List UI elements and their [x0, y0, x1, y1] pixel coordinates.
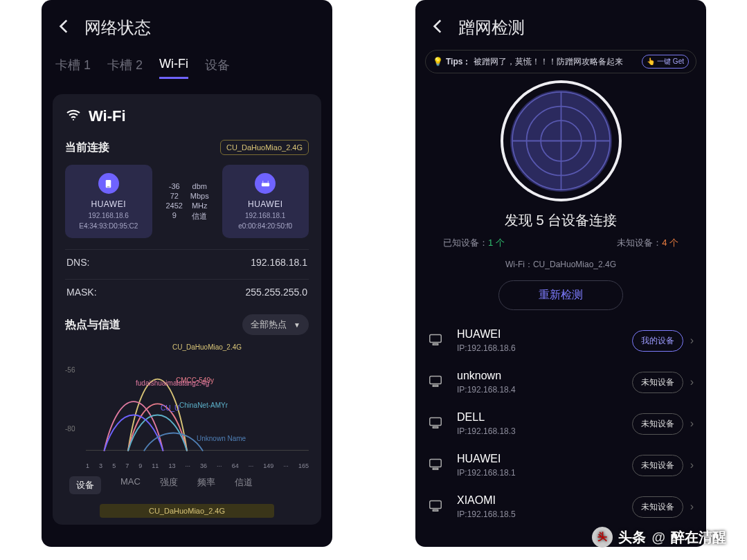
svg-point-0 [73, 119, 74, 120]
toutiao-logo-icon: 头 [592, 527, 613, 548]
selected-ssid-bar[interactable]: CU_DaHuoMiao_2.4G [100, 504, 274, 518]
chevron-right-icon: › [690, 417, 694, 430]
monitor-icon [428, 373, 446, 391]
device-ip: IP:192.168.18.4 [457, 385, 632, 395]
stat-channel-unit: 信道 [187, 211, 213, 222]
wifi-ssid-line: Wi-Fi：CU_DaHuoMiao_2.4G [415, 259, 706, 271]
x-tick: ··· [185, 462, 190, 469]
tab-Wi-Fi[interactable]: Wi-Fi [159, 57, 188, 79]
mask-value: 255.255.255.0 [245, 287, 307, 298]
network-status-screen: 网络状态 卡槽 1卡槽 2Wi-Fi设备 Wi-Fi 当前连接 CU_DaHuo… [42, 0, 332, 547]
x-tick: 5 [112, 462, 116, 469]
device-ip: IP:192.168.18.1 [457, 468, 632, 478]
device-name: HUAWEI [457, 328, 632, 341]
link-stats: -36 dbm 72 Mbps 2452 MHz 9 信道 [158, 165, 217, 238]
device-ip: IP:192.168.18.5 [457, 509, 632, 519]
device-ip: IP:192.168.18.3 [457, 426, 632, 436]
chart-tab-设备[interactable]: 设备 [69, 476, 101, 494]
my-device-badge[interactable]: 我的设备 [632, 330, 683, 352]
channel-chart: -56-80 135791113···36···64···149···165 C… [65, 341, 309, 472]
wifi-card: Wi-Fi 当前连接 CU_DaHuoMiao_2.4G HUAWEI 192.… [53, 94, 321, 525]
chart-tab-强度[interactable]: 强度 [160, 476, 178, 494]
tab-卡槽 2[interactable]: 卡槽 2 [107, 57, 143, 79]
chevron-right-icon: › [690, 334, 694, 347]
dns-value: 192.168.18.1 [251, 257, 307, 268]
svg-rect-20 [430, 501, 442, 509]
y-tick: -56 [65, 366, 86, 374]
chevron-right-icon: › [690, 500, 694, 513]
back-icon[interactable] [429, 17, 447, 38]
chart-series-label: fudaishuaimalatang2.4g [136, 379, 209, 387]
radar-graphic [501, 80, 622, 201]
device-name: DELL [457, 411, 632, 424]
mask-label: MASK: [66, 287, 97, 298]
chart-tab-信道[interactable]: 信道 [235, 476, 253, 494]
link-icon: 👆 [647, 57, 655, 65]
chart-series-label: ChinaNet-AMYr [179, 401, 228, 409]
x-tick: 11 [152, 462, 159, 469]
unknown-count: 未知设备：4 个 [617, 237, 678, 249]
chart-tab-MAC[interactable]: MAC [120, 476, 141, 494]
device-row[interactable]: unknown IP:192.168.18.4 未知设备 › [422, 361, 699, 403]
unknown-device-badge[interactable]: 未知设备 [632, 455, 683, 476]
svg-rect-1 [106, 179, 111, 187]
device-row[interactable]: DELL IP:192.168.18.3 未知设备 › [422, 403, 699, 444]
router-device-ip: 192.168.18.1 [226, 212, 305, 219]
back-icon[interactable] [55, 17, 73, 38]
device-row[interactable]: XIAOMI IP:192.168.18.5 未知设备 › [422, 486, 699, 527]
svg-rect-21 [433, 509, 438, 511]
device-card-router[interactable]: HUAWEI 192.168.18.1 e0:00:84:20:50:f0 [222, 165, 309, 238]
rescan-button[interactable]: 重新检测 [498, 280, 623, 310]
device-card-local[interactable]: HUAWEI 192.168.18.6 E4:34:93:D0:95:C2 [65, 165, 152, 238]
monitor-icon [428, 498, 446, 516]
tab-卡槽 1[interactable]: 卡槽 1 [55, 57, 91, 79]
svg-rect-15 [433, 385, 438, 386]
x-tick: 7 [125, 462, 129, 469]
stat-mhz-value: 2452 [162, 201, 188, 210]
stat-dbm-unit: dbm [187, 182, 213, 190]
svg-rect-18 [430, 460, 442, 467]
chart-series-label: CU_DaHuoMiao_2.4G [172, 343, 242, 351]
chart-tabs: 设备MAC强度频率信道 [65, 472, 309, 501]
leech-detection-screen: 蹭网检测 💡 Tips： 被蹭网了，莫慌！！！防蹭网攻略备起来 👆 一键 Get [415, 0, 706, 547]
chevron-right-icon: › [690, 376, 694, 388]
stat-mbps-value: 72 [162, 192, 188, 200]
x-tick: ··· [217, 462, 222, 469]
x-tick: ··· [249, 462, 254, 469]
local-device-name: HUAWEI [69, 199, 148, 209]
device-ip: IP:192.168.18.6 [457, 343, 632, 353]
device-row[interactable]: HUAWEI IP:192.168.18.6 我的设备 › [422, 320, 699, 361]
x-tick: 13 [168, 462, 175, 469]
unknown-device-badge[interactable]: 未知设备 [632, 496, 683, 518]
tips-prefix: Tips： [446, 56, 471, 68]
tips-banner[interactable]: 💡 Tips： 被蹭网了，莫慌！！！防蹭网攻略备起来 👆 一键 Get [425, 50, 696, 73]
router-device-mac: e0:00:84:20:50:f0 [226, 222, 305, 230]
device-name: unknown [457, 370, 632, 382]
chevron-right-icon: › [690, 459, 694, 471]
svg-rect-13 [433, 343, 438, 345]
device-name: HUAWEI [457, 453, 632, 465]
chart-tab-频率[interactable]: 频率 [197, 476, 215, 494]
y-tick: -80 [65, 425, 86, 433]
unknown-device-badge[interactable]: 未知设备 [632, 372, 683, 393]
mask-row: MASK: 255.255.255.0 [65, 279, 309, 305]
local-device-mac: E4:34:93:D0:95:C2 [69, 222, 148, 230]
x-tick: 64 [232, 462, 239, 469]
network-tabs: 卡槽 1卡槽 2Wi-Fi设备 [42, 46, 332, 86]
svg-rect-12 [430, 335, 442, 343]
chevron-down-icon: ▼ [294, 321, 300, 329]
chart-series-label: CU_U [161, 404, 179, 412]
monitor-icon [428, 415, 446, 433]
svg-rect-19 [433, 468, 438, 469]
page-title: 蹭网检测 [458, 17, 525, 39]
hotspot-section-label: 热点与信道 [65, 318, 120, 332]
device-row[interactable]: HUAWEI IP:192.168.18.1 未知设备 › [422, 444, 699, 486]
chart-series-label: Unknown Name [197, 435, 246, 442]
tab-设备[interactable]: 设备 [205, 57, 230, 79]
local-device-ip: 192.168.18.6 [69, 212, 148, 219]
ssid-badge: CU_DaHuoMiao_2.4G [220, 140, 309, 155]
unknown-device-badge[interactable]: 未知设备 [632, 413, 683, 435]
hotspot-filter-select[interactable]: 全部热点 ▼ [242, 314, 309, 335]
device-list: HUAWEI IP:192.168.18.6 我的设备 › unknown IP… [415, 320, 706, 527]
one-click-get-button[interactable]: 👆 一键 Get [642, 55, 689, 69]
